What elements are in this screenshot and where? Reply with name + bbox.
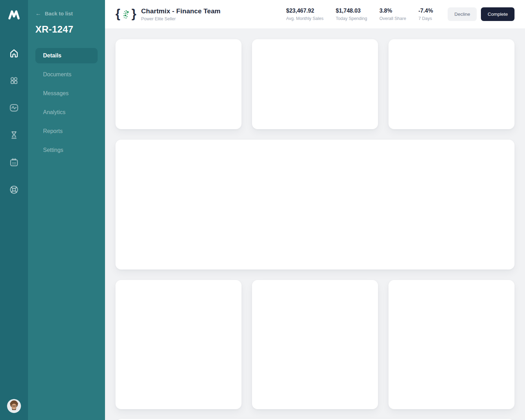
apps-icon[interactable] — [7, 74, 21, 88]
sidebar-item-reports[interactable]: Reports — [35, 124, 98, 139]
back-to-list-label: Back to list — [45, 10, 73, 16]
detail-card — [252, 280, 378, 409]
sidebar-nav: Details Documents Messages Analytics Rep… — [35, 48, 98, 158]
sidebar-item-label: Reports — [43, 128, 63, 134]
wide-card — [115, 140, 514, 270]
detail-card — [115, 280, 241, 409]
stat-label: Overall Share — [379, 16, 406, 21]
team-logo: { } — [115, 8, 136, 20]
page-subtitle: Power Elite Seller — [141, 16, 220, 21]
stat-today-spending: $1,748.03 Today Spending — [336, 8, 367, 21]
activity-icon[interactable] — [7, 101, 21, 115]
sidebar-item-details[interactable]: Details — [35, 48, 98, 63]
stat-7-days: -7.4% 7 Days — [418, 8, 433, 21]
hourglass-icon[interactable] — [7, 128, 21, 142]
summary-card — [388, 39, 514, 129]
card-row-top — [115, 39, 514, 129]
home-icon[interactable] — [7, 46, 21, 60]
sidebar-item-label: Messages — [43, 90, 69, 97]
card-row-bottom — [115, 280, 514, 409]
calendar-icon[interactable] — [7, 155, 21, 169]
stat-value: $23,467.92 — [286, 8, 324, 14]
header-stats: $23,467.92 Avg. Monthly Sales $1,748.03 … — [286, 8, 433, 21]
brace-left: { — [115, 7, 120, 20]
sidebar-item-label: Settings — [43, 147, 63, 153]
title-block: Chartmix - Finance Team Power Elite Sell… — [141, 7, 220, 21]
content-area — [105, 28, 525, 420]
sidebar: ← Back to list XR-1247 Details Documents… — [28, 0, 105, 420]
app-logo — [7, 8, 21, 22]
back-to-list-link[interactable]: ← Back to list — [35, 10, 98, 16]
stat-label: Today Spending — [336, 16, 367, 21]
stat-overall-share: 3.8% Overall Share — [379, 8, 406, 21]
sidebar-item-settings[interactable]: Settings — [35, 142, 98, 158]
summary-card — [115, 39, 241, 129]
logo-dots-icon — [122, 9, 130, 20]
icon-rail — [0, 0, 28, 420]
stat-label: Avg. Monthly Sales — [286, 16, 324, 21]
sidebar-item-documents[interactable]: Documents — [35, 67, 98, 82]
sidebar-item-label: Details — [43, 52, 61, 59]
summary-card — [252, 39, 378, 129]
complete-button[interactable]: Complete — [481, 7, 514, 21]
stat-value: 3.8% — [379, 8, 406, 14]
decline-button[interactable]: Decline — [448, 7, 477, 21]
page-header: { } Chartmix - Finance Team Power Elite … — [105, 0, 525, 28]
stat-label: 7 Days — [418, 16, 433, 21]
stat-value: -7.4% — [418, 8, 433, 14]
rail-nav — [7, 46, 21, 197]
main-area: { } Chartmix - Finance Team Power Elite … — [105, 0, 525, 420]
sidebar-item-messages[interactable]: Messages — [35, 86, 98, 101]
stat-value: $1,748.03 — [336, 8, 367, 14]
header-actions: Decline Complete — [448, 7, 514, 21]
record-id-title: XR-1247 — [35, 24, 98, 35]
sidebar-item-label: Analytics — [43, 109, 65, 115]
brace-right: } — [132, 7, 136, 20]
user-avatar[interactable] — [7, 399, 21, 413]
page-title: Chartmix - Finance Team — [141, 7, 220, 15]
lifebuoy-icon[interactable] — [7, 183, 21, 197]
sidebar-item-label: Documents — [43, 71, 71, 78]
stat-avg-monthly-sales: $23,467.92 Avg. Monthly Sales — [286, 8, 324, 21]
sidebar-item-analytics[interactable]: Analytics — [35, 105, 98, 120]
detail-card — [388, 280, 514, 409]
back-arrow-icon: ← — [35, 10, 41, 16]
